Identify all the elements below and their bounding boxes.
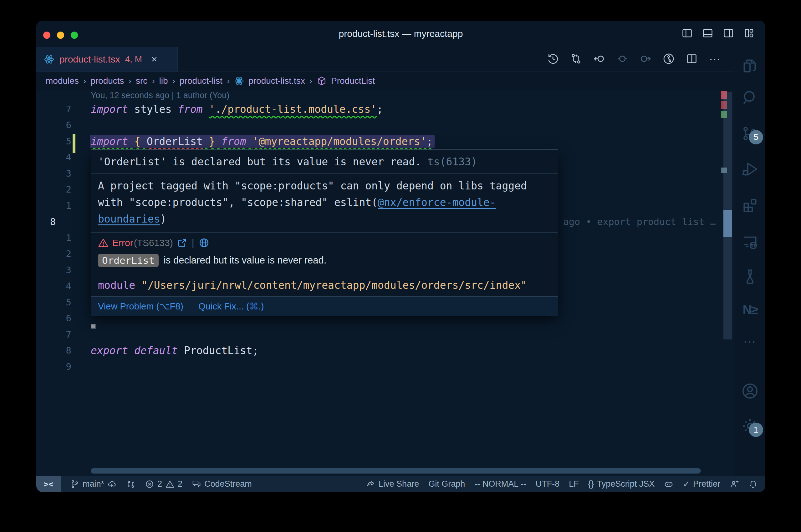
nx-console-icon[interactable]: N≥	[734, 299, 765, 321]
line-number: 8	[36, 343, 71, 359]
navigate-forward-icon[interactable]	[640, 53, 652, 66]
copilot-status[interactable]	[664, 479, 673, 489]
toggle-right-sidebar-icon[interactable]	[723, 27, 734, 40]
line-number: 4	[36, 278, 71, 294]
problems-status[interactable]: 2 2	[145, 479, 182, 489]
git-graph-status[interactable]: Git Graph	[429, 479, 465, 489]
eol-status[interactable]: LF	[569, 479, 579, 489]
globe-icon[interactable]	[199, 238, 209, 248]
more-actions-icon[interactable]: ⋯	[709, 53, 721, 66]
hover-eslint-error: A project tagged with "scope:products" c…	[91, 174, 558, 232]
vscode-window: product-list.tsx — myreactapp	[36, 21, 765, 492]
chevron-right-icon: ›	[309, 76, 312, 86]
close-window-button[interactable]	[43, 32, 50, 39]
breadcrumb-item-file[interactable]: product-list.tsx	[249, 76, 305, 86]
tab-close-icon[interactable]: ×	[151, 54, 158, 65]
codestream-status[interactable]: CodeStream	[192, 479, 252, 489]
vertical-scrollbar-thumb[interactable]	[723, 210, 732, 237]
window-title: product-list.tsx — myreactapp	[339, 28, 463, 39]
notifications-status[interactable]	[748, 479, 758, 489]
hover-resize-handle[interactable]	[91, 324, 96, 329]
symbol-chip: OrderList	[98, 254, 159, 267]
gitlens-codelens[interactable]: You, 12 seconds ago | 1 author (You)	[91, 91, 229, 100]
feedback-status[interactable]	[730, 479, 739, 489]
minimize-window-button[interactable]	[57, 32, 64, 39]
language-mode-status[interactable]: {} TypeScript JSX	[588, 479, 655, 489]
branch-icon	[70, 479, 79, 489]
breadcrumb-item[interactable]: modules	[46, 76, 79, 86]
tab-bar: product-list.tsx 4, M ×	[36, 47, 734, 72]
git-compare-icon[interactable]	[570, 53, 582, 66]
accounts-icon[interactable]	[734, 380, 765, 402]
chevron-right-icon: ›	[152, 76, 154, 86]
quick-fix-button[interactable]: Quick Fix... (⌘.)	[198, 301, 264, 312]
errors-icon	[145, 479, 154, 489]
code-editor[interactable]: You, 12 seconds ago | 1 author (You) 7 6…	[36, 90, 734, 476]
git-graph-view-icon[interactable]	[663, 53, 675, 66]
source-control-badge: 5	[749, 130, 763, 145]
horizontal-scrollbar[interactable]	[91, 468, 701, 474]
share-icon	[366, 479, 376, 489]
open-external-icon[interactable]	[177, 238, 187, 248]
code-line-import-styles: import styles from './product-list.modul…	[91, 101, 383, 117]
additional-views-icon[interactable]: ⋯	[734, 331, 765, 353]
code-line-import-orderlist: import { OrderList } from '@myreactapp/m…	[91, 133, 435, 149]
live-share-status[interactable]: Live Share	[366, 479, 419, 489]
eslint-rule-link[interactable]: @nx/enforce-module-	[378, 196, 496, 208]
testing-beaker-icon[interactable]	[734, 266, 765, 288]
encoding-status[interactable]: UTF-8	[536, 479, 560, 489]
file-history-icon[interactable]	[547, 53, 559, 66]
zoom-window-button[interactable]	[71, 32, 78, 39]
braces-icon: {}	[588, 479, 594, 489]
title-bar: product-list.tsx — myreactapp	[36, 21, 765, 47]
line-number: 7	[36, 327, 71, 343]
line-number: 1	[36, 198, 71, 214]
line-number: 3	[36, 166, 71, 182]
checkpoint-icon[interactable]	[616, 53, 628, 66]
search-icon[interactable]	[734, 87, 765, 109]
symbol-box-icon	[317, 76, 327, 86]
toggle-panel-icon[interactable]	[702, 27, 713, 40]
explorer-icon[interactable]	[734, 55, 765, 77]
hover-actions: View Problem (⌥F8) Quick Fix... (⌘.)	[91, 297, 558, 316]
toggle-left-sidebar-icon[interactable]	[681, 27, 693, 40]
hover-error-detail: OrderList is declared but its value is n…	[91, 250, 558, 274]
hover-ts-error: 'OrderList' is declared but its value is…	[91, 150, 558, 174]
remote-explorer-icon[interactable]	[734, 231, 765, 253]
customize-layout-icon[interactable]	[743, 27, 755, 40]
breadcrumb-item[interactable]: lib	[159, 76, 168, 86]
vim-mode-status[interactable]: -- NORMAL --	[474, 479, 526, 489]
hover-module-path: module "/Users/juri/nrwl/content/myreact…	[91, 274, 558, 297]
breadcrumb-item-symbol[interactable]: ProductList	[331, 76, 375, 86]
warnings-icon	[165, 479, 175, 489]
line-number: 7	[36, 101, 71, 117]
breadcrumb-item[interactable]: product-list	[180, 76, 222, 86]
settings-gear-icon[interactable]: 1	[734, 415, 765, 437]
source-control-icon[interactable]: 5	[734, 122, 765, 145]
code-line-export-default: export default ProductList;	[91, 343, 258, 359]
bell-icon	[748, 479, 758, 489]
line-number: 1	[36, 230, 71, 246]
git-branch-status[interactable]: main*	[70, 479, 117, 489]
split-editor-icon[interactable]	[686, 53, 698, 66]
status-bar: >< main* 2 2 CodeStream Live Share Git G…	[36, 476, 765, 492]
remote-indicator[interactable]: ><	[36, 476, 61, 492]
line-number: 6	[36, 310, 71, 326]
extensions-icon[interactable]	[734, 194, 765, 216]
view-problem-button[interactable]: View Problem (⌥F8)	[98, 301, 183, 312]
tab-problems-badge: 4, M	[125, 54, 142, 64]
tab-product-list[interactable]: product-list.tsx 4, M ×	[36, 47, 178, 72]
breadcrumb-item[interactable]: src	[136, 76, 147, 86]
comment-bubbles-icon	[192, 479, 201, 489]
breadcrumb-item[interactable]: products	[90, 76, 124, 86]
eslint-rule-link[interactable]: boundaries	[98, 213, 160, 225]
chevron-right-icon: ›	[83, 76, 86, 86]
react-file-icon	[234, 76, 244, 86]
tab-filename: product-list.tsx	[59, 54, 120, 65]
prettier-status[interactable]: ✓ Prettier	[683, 479, 720, 489]
line-number: 5	[36, 133, 71, 149]
gitlens-compare[interactable]	[126, 479, 135, 489]
navigate-back-icon[interactable]	[593, 53, 605, 66]
current-line-number: 8	[50, 214, 56, 230]
run-debug-icon[interactable]	[734, 158, 765, 180]
